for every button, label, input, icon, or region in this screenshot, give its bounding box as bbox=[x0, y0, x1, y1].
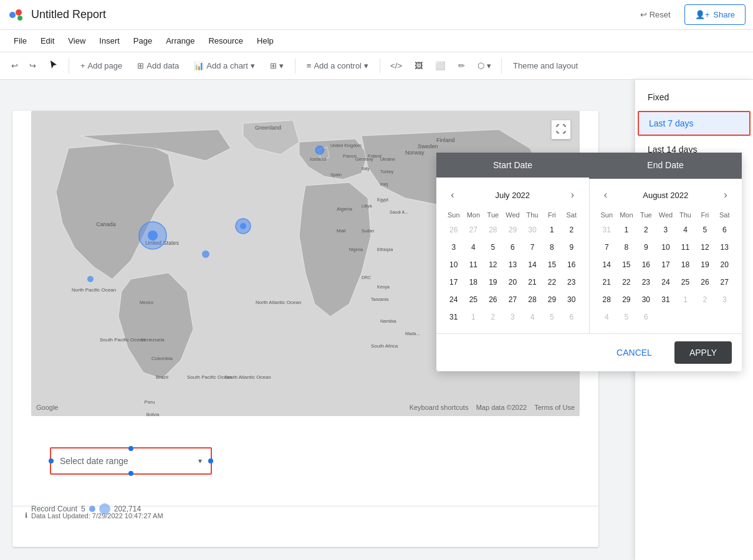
calendar-day[interactable]: 26 bbox=[483, 291, 502, 308]
calendar-day[interactable]: 30 bbox=[522, 221, 542, 239]
undo-button[interactable]: ↩ bbox=[6, 57, 23, 74]
frame-button[interactable]: ⬜ bbox=[430, 57, 451, 74]
calendar-day[interactable]: 14 bbox=[522, 256, 542, 273]
calendar-day[interactable]: 10 bbox=[444, 256, 464, 273]
end-date-tab[interactable]: End Date bbox=[589, 153, 742, 179]
redo-button[interactable]: ↪ bbox=[24, 57, 41, 74]
reset-button[interactable]: ↩ Reset bbox=[633, 6, 678, 23]
calendar-day[interactable]: 10 bbox=[656, 239, 676, 256]
calendar-day[interactable]: 22 bbox=[616, 273, 636, 291]
calendar-day[interactable]: 14 bbox=[597, 256, 617, 273]
calendar-day[interactable]: 28 bbox=[597, 291, 617, 308]
calendar-day[interactable]: 28 bbox=[483, 221, 502, 239]
calendar-day[interactable]: 2 bbox=[695, 291, 714, 308]
menu-help[interactable]: Help bbox=[251, 32, 280, 49]
calendar-day[interactable]: 17 bbox=[656, 256, 676, 273]
calendar-day[interactable]: 27 bbox=[464, 221, 484, 239]
calendar-day[interactable]: 4 bbox=[597, 308, 617, 326]
menu-edit[interactable]: Edit bbox=[34, 32, 60, 49]
start-date-tab[interactable]: Start Date bbox=[436, 153, 589, 179]
resize-handle-bottom[interactable] bbox=[128, 471, 133, 476]
calendar-day[interactable]: 4 bbox=[676, 221, 696, 239]
calendar-day[interactable]: 2 bbox=[483, 308, 502, 326]
calendar-day[interactable]: 7 bbox=[522, 239, 542, 256]
resize-handle-left[interactable] bbox=[49, 458, 54, 463]
calendar-day[interactable]: 13 bbox=[715, 239, 734, 256]
theme-layout-button[interactable]: Theme and layout bbox=[507, 57, 584, 74]
calendar-day[interactable]: 29 bbox=[503, 221, 523, 239]
calendar-day[interactable]: 27 bbox=[715, 273, 734, 291]
calendar-day[interactable]: 4 bbox=[464, 239, 484, 256]
calendar-day[interactable]: 1 bbox=[616, 221, 636, 239]
calendar-day[interactable]: 31 bbox=[597, 221, 617, 239]
menu-arrange[interactable]: Arrange bbox=[160, 32, 201, 49]
calendar-day[interactable]: 16 bbox=[562, 256, 581, 273]
menu-page[interactable]: Page bbox=[127, 32, 158, 49]
calendar-day[interactable]: 5 bbox=[542, 308, 562, 326]
calendar-day[interactable]: 3 bbox=[715, 291, 734, 308]
calendar-day[interactable]: 6 bbox=[715, 221, 734, 239]
prev-month-right-button[interactable]: ‹ bbox=[597, 186, 615, 204]
calendar-day[interactable]: 8 bbox=[616, 239, 636, 256]
calendar-day[interactable]: 23 bbox=[636, 273, 656, 291]
calendar-day[interactable]: 11 bbox=[676, 239, 696, 256]
calendar-day[interactable]: 6 bbox=[503, 239, 523, 256]
calendar-day[interactable]: 28 bbox=[522, 291, 542, 308]
calendar-day[interactable]: 24 bbox=[444, 291, 464, 308]
calendar-day[interactable]: 23 bbox=[562, 273, 581, 291]
fullscreen-button[interactable]: ⛶ bbox=[551, 120, 571, 140]
resize-handle-top[interactable] bbox=[128, 446, 133, 451]
calendar-day[interactable]: 15 bbox=[616, 256, 636, 273]
calendar-day[interactable]: 24 bbox=[656, 273, 676, 291]
calendar-day[interactable]: 11 bbox=[464, 256, 484, 273]
calendar-day[interactable]: 2 bbox=[562, 221, 581, 239]
add-chart-button[interactable]: 📊 Add a chart ▾ bbox=[188, 57, 261, 74]
calendar-day[interactable]: 26 bbox=[444, 221, 464, 239]
apply-button[interactable]: APPLY bbox=[674, 341, 732, 364]
image-button[interactable]: 🖼 bbox=[410, 57, 428, 74]
calendar-day[interactable]: 29 bbox=[542, 291, 562, 308]
menu-file[interactable]: File bbox=[7, 32, 33, 49]
calendar-day[interactable] bbox=[656, 308, 676, 326]
shapes-button[interactable]: ⬡ ▾ bbox=[472, 57, 496, 74]
add-page-button[interactable]: + Add page bbox=[74, 57, 128, 74]
dropdown-item-last7[interactable]: Last 7 days bbox=[638, 111, 751, 136]
layout-button[interactable]: ⊞▾ bbox=[264, 57, 290, 74]
calendar-day[interactable]: 3 bbox=[503, 308, 523, 326]
calendar-day[interactable]: 1 bbox=[676, 291, 696, 308]
share-button[interactable]: 👤+ Share bbox=[684, 4, 746, 25]
resize-handle-right[interactable] bbox=[208, 458, 213, 463]
calendar-day[interactable]: 9 bbox=[562, 239, 581, 256]
cancel-button[interactable]: CANCEL bbox=[602, 341, 667, 364]
calendar-day[interactable]: 25 bbox=[676, 273, 696, 291]
calendar-day[interactable]: 5 bbox=[616, 308, 636, 326]
calendar-day[interactable]: 19 bbox=[695, 256, 714, 273]
menu-resource[interactable]: Resource bbox=[202, 32, 249, 49]
calendar-day[interactable]: 21 bbox=[597, 273, 617, 291]
calendar-day[interactable]: 6 bbox=[562, 308, 581, 326]
calendar-day[interactable]: 21 bbox=[522, 273, 542, 291]
calendar-day[interactable]: 30 bbox=[636, 291, 656, 308]
calendar-day[interactable]: 8 bbox=[542, 239, 562, 256]
add-control-button[interactable]: ≡ Add a control ▾ bbox=[300, 57, 375, 74]
calendar-day[interactable]: 27 bbox=[503, 291, 523, 308]
menu-view[interactable]: View bbox=[62, 32, 92, 49]
calendar-day[interactable]: 16 bbox=[636, 256, 656, 273]
next-month-button[interactable]: › bbox=[717, 186, 734, 204]
calendar-day[interactable]: 19 bbox=[483, 273, 502, 291]
calendar-day[interactable]: 4 bbox=[522, 308, 542, 326]
calendar-day[interactable]: 2 bbox=[636, 221, 656, 239]
calendar-day[interactable]: 12 bbox=[695, 239, 714, 256]
next-month-left-button[interactable]: › bbox=[564, 186, 582, 204]
menu-insert[interactable]: Insert bbox=[93, 32, 126, 49]
calendar-day[interactable]: 29 bbox=[616, 291, 636, 308]
calendar-day[interactable]: 1 bbox=[464, 308, 484, 326]
calendar-day[interactable]: 31 bbox=[656, 291, 676, 308]
calendar-day[interactable]: 7 bbox=[597, 239, 617, 256]
cursor-button[interactable] bbox=[44, 56, 64, 75]
calendar-day[interactable]: 15 bbox=[542, 256, 562, 273]
calendar-day[interactable]: 22 bbox=[542, 273, 562, 291]
calendar-day[interactable]: 12 bbox=[483, 256, 502, 273]
dropdown-item-fixed[interactable]: Fixed bbox=[635, 85, 753, 110]
calendar-day[interactable]: 5 bbox=[695, 221, 714, 239]
